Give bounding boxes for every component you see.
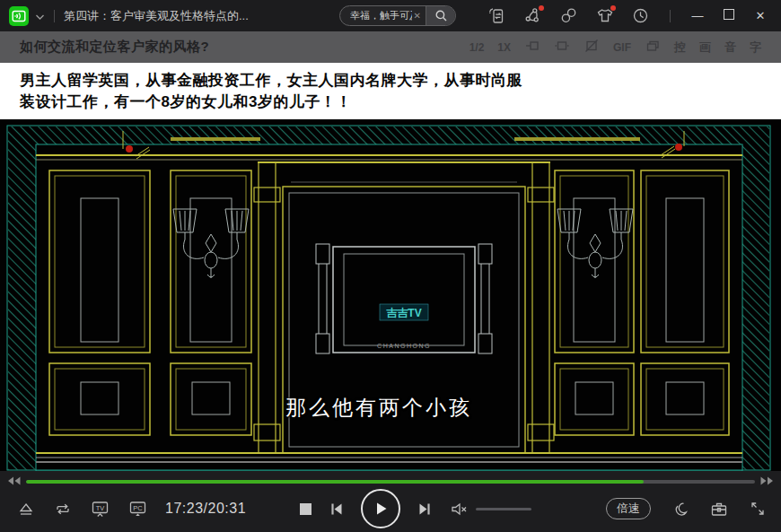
player-controls: TV PC 17:23/20:31 (0, 471, 781, 532)
titlebar: 第四讲：客户审美观及性格特点的... ✕ (0, 0, 781, 31)
link-icon[interactable] (559, 6, 578, 25)
cad-television: 吉吉TV CHANGHONG (316, 244, 492, 353)
app-logo-icon[interactable] (9, 6, 29, 26)
resize-window-icon[interactable] (554, 38, 570, 57)
search-icon (434, 9, 448, 22)
cad-tall-panels (49, 170, 729, 353)
audio-button[interactable]: 音 (724, 39, 736, 56)
mute-icon[interactable] (450, 501, 469, 518)
play-icon (373, 501, 389, 517)
history-icon[interactable] (631, 6, 650, 25)
titlebar-left: 第四讲：客户审美观及性格特点的... (0, 6, 249, 26)
notification-dot (610, 5, 616, 11)
banner-line-1: 男主人留学英国，从事金融投资工作，女主人国内名牌大学，从事时尚服 (20, 70, 761, 92)
page-indicator[interactable]: 1/2 (469, 41, 485, 54)
progress-fill (26, 480, 644, 484)
toolbox-icon[interactable] (709, 500, 729, 519)
gif-record-button[interactable]: GIF (613, 41, 631, 54)
cast-pc-button[interactable]: PC (127, 499, 148, 519)
pepper-icon[interactable] (671, 500, 689, 519)
svg-text:PC: PC (133, 504, 143, 512)
stop-button[interactable] (300, 503, 312, 515)
progress-bar[interactable] (26, 480, 755, 484)
banner-line-2: 装设计工作，有一个8岁的女儿和3岁的儿子！！ (20, 92, 761, 113)
left-controls: TV PC 17:23/20:31 (16, 487, 246, 530)
draw-button[interactable]: 画 (699, 39, 711, 56)
multi-window-icon[interactable] (645, 38, 661, 57)
maximize-button[interactable] (722, 9, 736, 22)
player-window: 第四讲：客户审美观及性格特点的... ✕ (0, 0, 781, 532)
search-input[interactable] (340, 11, 414, 22)
cad-baseboard (36, 453, 742, 462)
share-network-icon[interactable] (523, 6, 542, 25)
search-box[interactable]: ✕ (339, 5, 456, 26)
video-canvas[interactable]: 吉吉TV CHANGHONG 那么他有两个小孩 (0, 119, 781, 471)
control-panel-button[interactable]: 控 (674, 39, 686, 56)
chevron-down-icon[interactable] (35, 8, 45, 24)
cast-to-device-icon[interactable] (487, 6, 506, 25)
volume-slider[interactable] (476, 508, 531, 510)
lesson-toolbar: 如何交流和定位客户家的风格? 1/2 1X GIF 控 画 音 字 (0, 31, 781, 63)
video-title: 第四讲：客户审美观及性格特点的... (64, 8, 249, 24)
volume-controls (450, 501, 531, 518)
lesson-heading: 如何交流和定位客户家的风格? (20, 39, 209, 56)
clear-search-icon[interactable]: ✕ (414, 11, 426, 21)
tv-brand-text: CHANGHONG (377, 343, 431, 349)
play-button[interactable] (361, 489, 400, 528)
theme-skin-icon[interactable] (595, 6, 614, 25)
titlebar-actions: — ✕ (487, 6, 781, 25)
video-subtitle: 那么他有两个小孩 (0, 394, 758, 422)
screenshot-icon[interactable] (584, 38, 600, 57)
close-button[interactable]: ✕ (753, 9, 768, 22)
center-controls (300, 487, 531, 530)
maximize-icon (724, 9, 734, 20)
minimize-button[interactable]: — (690, 9, 705, 22)
next-button[interactable] (417, 501, 434, 518)
buttons-row: TV PC 17:23/20:31 (0, 487, 781, 530)
open-file-icon[interactable] (16, 500, 36, 519)
fullscreen-icon[interactable] (749, 500, 767, 518)
progress-row (0, 475, 781, 487)
tv-logo-text: 吉吉TV (386, 307, 421, 319)
svg-text:TV: TV (96, 504, 105, 512)
subtitle-button[interactable]: 字 (750, 39, 761, 56)
left-sconce (173, 209, 249, 278)
notification-dot (539, 5, 544, 11)
cast-tv-button[interactable]: TV (90, 499, 110, 519)
time-display: 17:23/20:31 (165, 501, 246, 517)
titlebar-divider (54, 10, 55, 22)
loop-mode-icon[interactable] (53, 500, 73, 519)
toolbar-actions: 1/2 1X GIF 控 画 音 字 (469, 38, 761, 57)
pin-top-icon[interactable] (524, 38, 540, 57)
zoom-indicator[interactable]: 1X (497, 41, 511, 54)
search-button[interactable] (426, 6, 455, 25)
right-sconce (557, 209, 633, 278)
playback-speed-button[interactable]: 倍速 (606, 498, 651, 519)
right-controls: 倍速 (606, 487, 767, 530)
titlebar-divider (670, 10, 671, 22)
previous-button[interactable] (328, 501, 345, 518)
lesson-info-banner: 男主人留学英国，从事金融投资工作，女主人国内名牌大学，从事时尚服 装设计工作，有… (0, 63, 781, 119)
